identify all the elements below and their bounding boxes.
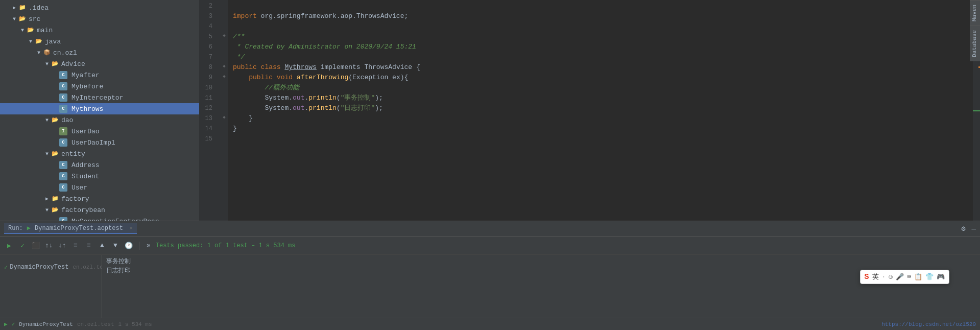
tree-item-cnozl[interactable]: ▼ 📦 cn.ozl [0,47,199,58]
run-status: Tests passed: 1 of 1 test – 1 s 534 ms [156,242,296,249]
tree-label-mybefore: Mybefore [71,83,103,90]
sort-asc-button[interactable]: ↑↓ [44,241,54,251]
file-tree[interactable]: ▶ 📁 .idea ▼ 📂 src ▼ 📂 main ▼ 📂 java [0,0,199,221]
arrow-idea[interactable]: ▶ [10,5,18,11]
tree-item-myafter[interactable]: C Myafter [0,69,199,81]
settings-icon[interactable]: ⚙ [961,224,965,233]
code-line-12: System.out.println("日志打印"); [233,103,968,113]
folder-icon: 📂 [51,150,59,158]
tree-label-factory: factory [61,195,89,203]
ime-item6[interactable]: 🎮 [937,273,945,281]
ime-clipboard[interactable]: 📋 [914,273,922,281]
status-run-icon[interactable]: ▶ [4,321,8,327]
tree-item-mythrows[interactable]: C Mythrows [0,103,199,114]
class-icon: C [59,172,67,180]
run-test-item[interactable]: ✓ DynamicProxyTest cn.ozl.test 1 s 534 m… [2,257,100,277]
tree-item-user[interactable]: C User [0,182,199,193]
run-tab-close[interactable]: ✕ [129,224,133,232]
tree-item-advice[interactable]: ▼ 📂 Advice [0,58,199,69]
tree-item-userdao[interactable]: I UserDao [0,126,199,137]
stop-button[interactable]: ⬛ [31,241,41,251]
run-tab-active[interactable]: Run: ▶ DynamicProxyTest.aoptest ✕ [4,223,137,234]
code-line-11: System.out.println("事务控制"); [233,93,968,103]
tree-item-student[interactable]: C Student [0,171,199,182]
ime-keyboard[interactable]: ⌨ [907,273,911,281]
fold-marker-5[interactable]: ◆ [221,31,228,41]
check-button[interactable]: ✓ [17,241,28,251]
code-line-2 [233,1,968,11]
tree-item-java[interactable]: ▼ 📂 java [0,36,199,47]
code-line-3: import org.springframework.aop.ThrowsAdv… [233,11,968,21]
arrow-java[interactable]: ▼ [27,39,35,44]
code-line-14: } [233,124,968,134]
class-icon: C [59,93,67,102]
class-icon: C [59,82,67,90]
clock-button[interactable]: 🕐 [124,241,134,251]
line-num-15: 15 [199,134,217,144]
line-num-14: 14 [199,124,217,134]
tree-item-main[interactable]: ▼ 📂 main [0,25,199,36]
down-button[interactable]: ▼ [110,241,121,251]
status-url[interactable]: https://blog.csdn.net/ozl520 [881,321,976,327]
fold-marker-9[interactable]: ◆ [221,72,228,82]
tree-item-userdaoimpl[interactable]: C UserDaoImpl [0,137,199,148]
arrow-dao[interactable]: ▼ [43,117,51,123]
status-check-icon: ✓ [12,321,15,327]
line-num-2: 2 [199,1,217,11]
folder-icon: 📂 [18,15,27,23]
arrow-advice[interactable]: ▼ [43,61,51,67]
up-button[interactable]: ▲ [97,241,107,251]
sort-desc-button[interactable]: ↓↑ [57,241,67,251]
arrow-cnozl[interactable]: ▼ [35,50,43,56]
status-left: ▶ ✓ DynamicProxyTest cn.ozl.test 1 s 534… [4,321,877,327]
arrow-entity[interactable]: ▼ [43,151,51,157]
tree-item-myconnetionfactorybean[interactable]: C MyConnetionFactoryBean [0,216,199,221]
run-tab-label: Run: [8,225,23,232]
maven-tab[interactable]: Maven [970,0,980,26]
tree-label-java: java [45,38,61,45]
fold-marker-13[interactable]: ◆ [221,112,228,123]
line-num-6: 6 [199,42,217,52]
tree-item-factorybean[interactable]: ▼ 📂 factorybean [0,204,199,216]
rerun-button[interactable]: ▶ [4,241,14,251]
line-num-10: 10 [199,83,217,93]
tree-item-dao[interactable]: ▼ 📂 dao [0,114,199,126]
code-line-15 [233,134,968,144]
editor-area: 2 3 4 5 6 7 8 9 10 11 12 13 14 15 ◆ [199,0,980,221]
run-content: ✓ DynamicProxyTest cn.ozl.test 1 s 534 m… [0,255,980,318]
side-tabs: Maven Database [970,0,980,204]
tree-item-address[interactable]: C Address [0,159,199,171]
expand-button[interactable]: ≡ [70,241,81,251]
code-editor[interactable]: import org.springframework.aop.ThrowsAdv… [228,0,973,221]
run-output: 事务控制 日志打印 [102,255,980,318]
arrow-factory[interactable]: ▶ [43,196,51,202]
code-line-5: /** [233,32,968,42]
line-num-12: 12 [199,103,217,113]
class-icon: C [59,105,67,113]
tree-label-userdaoimpl: UserDaoImpl [71,139,115,147]
status-test-label: DynamicProxyTest [19,321,73,327]
folder-icon: 📂 [35,37,43,45]
run-left-panel: ✓ DynamicProxyTest cn.ozl.test 1 s 534 m… [0,255,102,318]
tree-item-entity[interactable]: ▼ 📂 entity [0,148,199,159]
tree-item-idea[interactable]: ▶ 📁 .idea [0,2,199,13]
minimize-icon[interactable]: — [972,225,976,233]
tree-label-entity: entity [61,150,85,158]
collapse-button[interactable]: ≡ [84,241,94,251]
status-duration: 1 s 534 ms [118,321,152,327]
database-tab[interactable]: Database [970,26,980,61]
class-icon: C [59,183,67,192]
tree-item-myinterceptor[interactable]: C MyInterceptor [0,92,199,103]
run-toolbar: ▶ ✓ ⬛ ↑↓ ↓↑ ≡ ≡ ▲ ▼ 🕐 » Tests passed: 1 … [0,237,980,255]
ime-english[interactable]: 英 [872,272,879,281]
tree-item-src[interactable]: ▼ 📂 src [0,13,199,25]
tree-item-factory[interactable]: ▶ 📁 factory [0,193,199,204]
tree-item-mybefore[interactable]: C Mybefore [0,81,199,92]
arrow-main[interactable]: ▼ [18,28,27,33]
ime-item5[interactable]: 👕 [925,273,934,281]
ime-emoji[interactable]: ☺ [889,273,893,281]
arrow-factorybean[interactable]: ▼ [43,207,51,213]
ime-mic[interactable]: 🎤 [896,273,904,281]
arrow-src[interactable]: ▼ [10,16,18,22]
fold-marker-8[interactable]: ◆ [221,61,228,72]
